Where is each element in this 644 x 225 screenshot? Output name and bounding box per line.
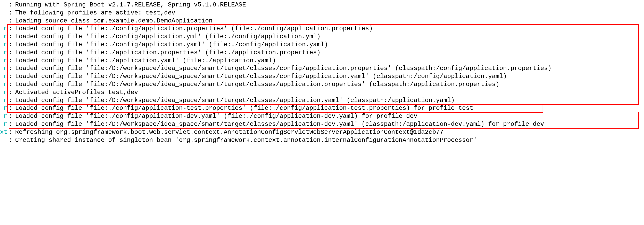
log-message: Loaded config file 'file:/D:/workspace/i… [15, 81, 499, 88]
log-prefix: r [0, 49, 9, 57]
log-line: r:Loaded config file 'file:./config/appl… [0, 112, 644, 120]
log-prefix: r [0, 105, 9, 112]
log-line: r:Loaded config file 'file:./config/appl… [0, 25, 644, 33]
log-line: xt:Refreshing org.springframework.boot.w… [0, 128, 644, 136]
log-separator: : [9, 57, 15, 65]
log-message: Loaded config file 'file:/D:/workspace/i… [15, 97, 454, 104]
log-separator: : [9, 105, 15, 112]
log-line: r:Loaded config file 'file:/D:/workspace… [0, 65, 644, 73]
log-line: r:Loaded config file 'file:/D:/workspace… [0, 81, 644, 89]
log-message: Creating shared instance of singleton be… [15, 137, 477, 144]
log-prefix: r [0, 81, 9, 88]
log-separator: : [9, 65, 15, 72]
log-separator: : [9, 129, 15, 136]
log-message: Activated activeProfiles test,dev [15, 89, 138, 96]
log-line: r:Activated activeProfiles test,dev [0, 89, 644, 97]
log-message: Loaded config file 'file:./application.p… [15, 49, 320, 57]
log-line: r:Loaded config file 'file:./config/appl… [0, 104, 644, 112]
log-prefix: r [0, 121, 9, 128]
log-message: Loaded config file 'file:./config/applic… [15, 105, 473, 112]
log-separator: : [9, 89, 15, 96]
log-message: Loading source class com.example.demo.De… [15, 17, 212, 25]
log-separator: : [9, 113, 15, 120]
log-prefix: r [0, 113, 9, 120]
log-line: r:Loaded config file 'file:/D:/workspace… [0, 73, 644, 81]
log-separator: : [9, 137, 15, 144]
log-prefix: r [0, 73, 9, 80]
log-line: :Loading source class com.example.demo.D… [0, 17, 644, 25]
log-message: The following profiles are active: test,… [15, 9, 175, 17]
log-separator: : [9, 25, 15, 33]
log-message: Running with Spring Boot v2.1.7.RELEASE,… [15, 1, 246, 9]
log-message: Loaded config file 'file:/D:/workspace/i… [15, 121, 544, 128]
log-prefix: r [0, 25, 9, 33]
log-prefix: r [0, 97, 9, 104]
log-line: r:Loaded config file 'file:./application… [0, 57, 644, 65]
log-separator: : [9, 73, 15, 80]
log-line: r:Loaded config file 'file:./config/appl… [0, 33, 644, 41]
log-separator: : [9, 1, 15, 9]
log-message: Refreshing org.springframework.boot.web.… [15, 129, 443, 136]
log-separator: : [9, 97, 15, 104]
log-separator: : [9, 9, 15, 17]
log-prefix: r [0, 33, 9, 41]
log-separator: : [9, 41, 15, 49]
log-line: r:Loaded config file 'file:./config/appl… [0, 41, 644, 49]
log-prefix: r [0, 41, 9, 49]
log-message: Loaded config file 'file:./config/applic… [15, 41, 328, 49]
log-message: Loaded config file 'file:./config/applic… [15, 33, 320, 41]
log-prefix: xt [0, 129, 9, 136]
log-separator: : [9, 81, 15, 88]
log-message: Loaded config file 'file:/D:/workspace/i… [15, 65, 551, 72]
log-prefix: r [0, 57, 9, 65]
log-separator: : [9, 121, 15, 128]
log-line: :Running with Spring Boot v2.1.7.RELEASE… [0, 1, 644, 9]
log-separator: : [9, 17, 15, 25]
log-line: :Creating shared instance of singleton b… [0, 136, 644, 144]
log-message: Loaded config file 'file:./config/applic… [15, 25, 373, 33]
log-output: :Running with Spring Boot v2.1.7.RELEASE… [0, 0, 644, 145]
log-line: r:Loaded config file 'file:/D:/workspace… [0, 97, 644, 105]
log-line: r:Loaded config file 'file:/D:/workspace… [0, 120, 644, 128]
log-separator: : [9, 33, 15, 41]
log-line: r:Loaded config file 'file:./application… [0, 49, 644, 57]
log-separator: : [9, 49, 15, 57]
log-message: Loaded config file 'file:./config/applic… [15, 113, 417, 120]
log-prefix: r [0, 65, 9, 72]
log-message: Loaded config file 'file:/D:/workspace/i… [15, 73, 507, 80]
log-line: :The following profiles are active: test… [0, 9, 644, 17]
log-message: Loaded config file 'file:./application.y… [15, 57, 276, 65]
log-prefix: r [0, 89, 9, 96]
